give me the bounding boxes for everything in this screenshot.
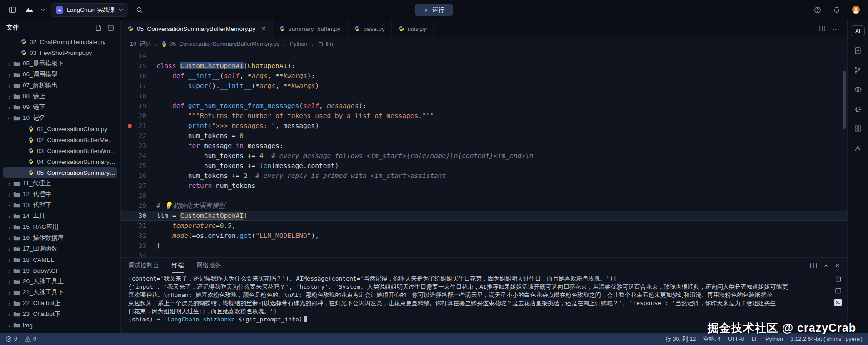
tab-summary_buffer.py[interactable]: summary_buffer.py <box>273 20 348 37</box>
new-file-icon[interactable] <box>95 25 102 31</box>
tree-item-label: 11_代理上 <box>23 179 51 187</box>
tree-folder-06_调用模型[interactable]: ›06_调用模型 <box>3 69 117 80</box>
panel-tab-调试控制台[interactable]: 调试控制台 <box>128 258 159 273</box>
tree-folder-10_记忆[interactable]: ›10_记忆 <box>3 113 117 123</box>
close-tab-icon[interactable]: ✕ <box>261 25 266 32</box>
more-actions-icon[interactable]: ⋯ <box>832 25 840 33</box>
tree-file-03_FewShotPrompt.py[interactable]: 03_FewShotPrompt.py <box>3 47 117 58</box>
chevron-icon: › <box>6 82 13 89</box>
split-editor-icon[interactable] <box>818 25 826 32</box>
tree-folder-13_代理下[interactable]: ›13_代理下 <box>3 200 117 211</box>
git-branch-icon[interactable] <box>853 64 863 75</box>
status-item[interactable]: LF <box>751 336 758 342</box>
tree-folder-14_工具[interactable]: ›14_工具 <box>3 211 117 222</box>
notifications-bell-icon[interactable] <box>831 4 843 16</box>
bug-icon[interactable] <box>853 104 863 114</box>
user-avatar[interactable] <box>850 4 862 16</box>
scrollbar-thumb[interactable] <box>843 71 846 129</box>
tree-folder-18_CAMEL[interactable]: ›18_CAMEL <box>3 254 117 265</box>
terminal-cursor <box>304 316 307 322</box>
workspace-icon <box>56 6 63 14</box>
tree-folder-11_代理上[interactable]: ›11_代理上 <box>3 178 117 189</box>
status-item[interactable]: UTF-8 <box>728 336 744 342</box>
line-number: 28 <box>121 191 146 201</box>
breadcrumb: 10_记忆›05_ConversationSummaryBufferMemory… <box>121 37 847 51</box>
status-item[interactable]: 行 30, 列 12 <box>665 335 696 343</box>
code-text: print(">>> messages: ", messages) <box>156 121 319 131</box>
tab-base.py[interactable]: base.py <box>348 20 392 37</box>
chevron-icon: › <box>6 278 13 285</box>
code-line: 24 num_tokens += 4 # every message follo… <box>121 151 847 161</box>
breadcrumb-item-Python[interactable]: Python <box>290 41 308 47</box>
tab-utils.py[interactable]: utils.py <box>392 20 434 37</box>
tree-folder-07_解析输出[interactable]: ›07_解析输出 <box>3 80 117 91</box>
terminal[interactable]: (content='我又来了，还记得我昨天为什么要来买花吗？'), AIMess… <box>121 273 847 333</box>
tab-05_ConversationSummaryBufferMemory.py[interactable]: 05_ConversationSummaryBufferMemory.py✕ <box>121 20 273 37</box>
panel-maximize-icon[interactable] <box>823 264 828 267</box>
code-editor[interactable]: 1415class CustomChatOpenAI(ChatOpenAI):1… <box>121 51 847 257</box>
tree-folder-20_人脉工具上[interactable]: ›20_人脉工具上 <box>3 276 117 287</box>
tree-item-label: 16_操作数据库 <box>23 234 64 242</box>
editor-scrollbar[interactable] <box>842 51 847 257</box>
tree-item-label: 13_代理下 <box>23 201 51 209</box>
tree-file-05_ConversationSummaryBuf...[interactable]: 05_ConversationSummaryBuf... <box>3 167 117 178</box>
ide-window: LangChain 实战课 运行 文件 02_ChatPromp <box>0 0 868 345</box>
tree-folder-12_代理中[interactable]: ›12_代理中 <box>3 189 117 200</box>
panel-close-icon[interactable]: ✕ <box>835 262 840 269</box>
help-icon[interactable] <box>812 4 823 16</box>
status-count: 0 <box>33 336 36 342</box>
status-item[interactable]: 3.12.2 64-bit ('shims': pyenv) <box>790 336 863 342</box>
typography-icon[interactable] <box>853 143 863 153</box>
search-icon[interactable] <box>134 4 145 16</box>
status-error-circle[interactable]: 0 <box>5 336 17 342</box>
tree-file-01_ConversationChain.py[interactable]: 01_ConversationChain.py <box>3 123 117 134</box>
breadcrumb-item-10_记忆[interactable]: 10_记忆 <box>130 40 151 48</box>
status-item[interactable]: Python <box>765 336 783 342</box>
termbright-icon[interactable] <box>834 299 842 306</box>
folder-icon <box>13 82 20 89</box>
workspace-switcher[interactable]: LangChain 实战课 <box>51 3 128 17</box>
code-line: 31 temperature=0.5, <box>121 221 847 231</box>
tree-item-label: 05_提示模板下 <box>23 59 64 68</box>
tree-folder-22_Chatbot上[interactable]: ›22_Chatbot上 <box>3 298 117 309</box>
breadcrumb-item-llm[interactable]: llm <box>318 41 333 47</box>
tree-file-03_ConversationBufferWindo...[interactable]: 03_ConversationBufferWindo... <box>3 145 117 156</box>
code-text: def get_num_tokens_from_messages(self, m… <box>156 101 367 111</box>
breakpoint-dot[interactable] <box>128 124 132 128</box>
tree-folder-15_RAG应用[interactable]: ›15_RAG应用 <box>3 222 117 232</box>
tree-item-label: 18_CAMEL <box>23 256 54 263</box>
ai-badge[interactable]: AI <box>851 25 865 36</box>
status-item[interactable]: 空格: 4 <box>703 335 721 343</box>
tree-folder-img[interactable]: ›img <box>3 320 117 330</box>
tree-folder-16_操作数据库[interactable]: ›16_操作数据库 <box>3 232 117 243</box>
document-icon[interactable] <box>853 45 863 56</box>
split-terminal-icon[interactable] <box>810 262 817 269</box>
eye-icon[interactable] <box>853 84 863 95</box>
panel-tab-终端[interactable]: 终端 <box>172 258 184 273</box>
terminal-line: {'input': '我又来了，还记得我昨天为什么要来买花吗？', 'histo… <box>128 283 847 291</box>
tree-file-04_ConversationSummaryMe...[interactable]: 04_ConversationSummaryMe... <box>3 156 117 167</box>
status-warning-triangle[interactable]: 0 <box>25 336 36 342</box>
panelsplit-icon[interactable] <box>834 287 842 294</box>
tree-folder-19_BabyAGI[interactable]: ›19_BabyAGI <box>3 265 117 276</box>
tree-folder-23_Chatbot下[interactable]: ›23_Chatbot下 <box>3 309 117 320</box>
terminal-side-icons <box>834 276 842 306</box>
app-logo-icon[interactable] <box>24 4 35 16</box>
tree-file-02_ConversationBufferMemor...[interactable]: 02_ConversationBufferMemor... <box>3 134 117 145</box>
tree-folder-05_提示模板下[interactable]: ›05_提示模板下 <box>3 58 117 69</box>
tree-item-label: 14_工具 <box>23 212 45 220</box>
tree-folder-21_人脉工具下[interactable]: ›21_人脉工具下 <box>3 287 117 298</box>
logo-chevron-down-icon[interactable] <box>41 8 45 11</box>
tree-folder-08_链上[interactable]: ›08_链上 <box>3 91 117 102</box>
panel-tab-网络服务[interactable]: 网络服务 <box>197 258 221 273</box>
breadcrumb-item-05_ConversationSummaryBufferMemory.py[interactable]: 05_ConversationSummaryBufferMemory.py <box>161 41 279 47</box>
tree-folder-09_链下[interactable]: ›09_链下 <box>3 102 117 113</box>
collapse-explorer-icon[interactable] <box>107 25 114 31</box>
tree-file-02_ChatPromptTemplate.py[interactable]: 02_ChatPromptTemplate.py <box>3 36 117 47</box>
book-icon[interactable] <box>834 276 842 283</box>
run-button[interactable]: 运行 <box>415 4 453 16</box>
bottom-panel: 调试控制台终端网络服务 ✕ (content='我又来了，还记得我昨天为什么要来… <box>121 257 847 333</box>
sidebar-toggle-icon[interactable] <box>6 4 18 16</box>
grid-icon[interactable] <box>853 123 863 134</box>
tree-folder-17_回调函数[interactable]: ›17_回调函数 <box>3 243 117 254</box>
